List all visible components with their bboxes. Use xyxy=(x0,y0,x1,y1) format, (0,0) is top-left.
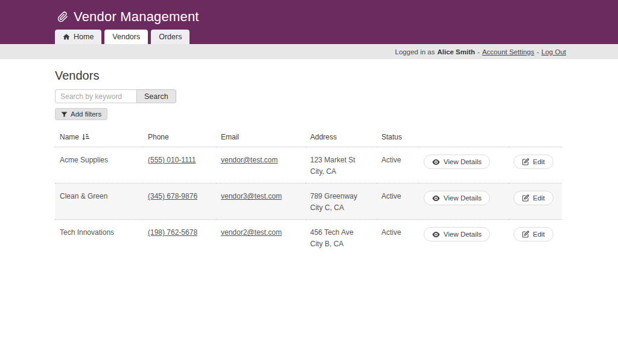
vendor-status-cell: Active xyxy=(377,184,419,220)
vendor-email-link[interactable]: vendor3@test.com xyxy=(221,192,282,200)
edit-icon xyxy=(522,158,529,165)
vendor-address-cell: 123 Market St City, CA xyxy=(305,147,377,184)
edit-label: Edit xyxy=(533,158,545,165)
account-settings-link[interactable]: Account Settings xyxy=(482,48,534,56)
tab-orders[interactable]: Orders xyxy=(151,30,190,45)
main-content: Vendors Search Add filters Name xyxy=(0,59,618,256)
vendor-status-cell: Active xyxy=(377,147,419,184)
log-out-link[interactable]: Log Out xyxy=(541,48,566,56)
address-line-1: 789 Greenway xyxy=(310,191,372,202)
tab-home[interactable]: Home xyxy=(55,30,101,45)
edit-button[interactable]: Edit xyxy=(514,227,553,241)
table-header-row: Name Phone Email xyxy=(55,127,562,147)
table-row: Tech Innovations (198) 762-5678 vendor2@… xyxy=(55,220,562,256)
paperclip-icon xyxy=(57,11,68,22)
edit-button[interactable]: Edit xyxy=(514,155,553,169)
column-header-email[interactable]: Email xyxy=(216,127,305,147)
address-line-2: City C, CA xyxy=(310,202,372,214)
column-header-status[interactable]: Status xyxy=(377,127,419,147)
tab-vendors-label: Vendors xyxy=(112,33,140,41)
vendor-phone-link[interactable]: (555) 010-1111 xyxy=(148,156,196,164)
column-header-address[interactable]: Address xyxy=(305,127,377,147)
column-header-edit-actions xyxy=(509,127,562,147)
separator: - xyxy=(477,48,480,56)
column-header-phone[interactable]: Phone xyxy=(143,127,216,147)
view-details-button[interactable]: View Details xyxy=(424,155,490,169)
table-row: Clean & Green (345) 678-9876 vendor3@tes… xyxy=(55,184,562,220)
vendor-address-cell: 456 Tech Ave City B, CA xyxy=(305,220,377,256)
search-input[interactable] xyxy=(55,89,137,103)
edit-label: Edit xyxy=(533,231,545,238)
app-banner: Vendor Management Home Vendors Orders xyxy=(0,0,618,44)
column-header-name[interactable]: Name xyxy=(55,127,143,147)
vendor-email-link[interactable]: vendor2@test.com xyxy=(221,228,282,237)
view-details-button[interactable]: View Details xyxy=(424,191,490,205)
tab-orders-label: Orders xyxy=(159,33,182,41)
edit-label: Edit xyxy=(533,194,545,202)
add-filters-label: Add filters xyxy=(71,110,101,118)
filter-icon xyxy=(61,111,68,118)
logged-in-username: Alice Smith xyxy=(437,48,475,56)
eye-icon xyxy=(432,159,440,165)
column-header-name-label: Name xyxy=(60,133,79,141)
address-line-2: City, CA xyxy=(310,166,372,177)
vendor-table-body: Acme Supplies (555) 010-1111 vendor@test… xyxy=(55,147,562,256)
table-row: Acme Supplies (555) 010-1111 vendor@test… xyxy=(55,147,562,184)
address-line-1: 456 Tech Ave xyxy=(310,227,372,238)
page-title: Vendors xyxy=(55,69,563,83)
view-details-label: View Details xyxy=(444,158,482,165)
edit-icon xyxy=(522,231,529,238)
vendor-name-cell: Acme Supplies xyxy=(55,147,143,184)
app-title: Vendor Management xyxy=(74,9,199,25)
view-details-label: View Details xyxy=(444,194,482,202)
tab-vendors[interactable]: Vendors xyxy=(104,30,148,45)
vendors-table: Name Phone Email xyxy=(55,127,562,256)
logged-in-text: Logged in as xyxy=(395,48,435,56)
view-details-button[interactable]: View Details xyxy=(424,227,490,241)
address-line-2: City B, CA xyxy=(310,238,372,250)
eye-icon xyxy=(432,231,440,238)
vendor-email-link[interactable]: vendor@test.com xyxy=(221,156,278,164)
app-brand: Vendor Management xyxy=(0,0,618,25)
vendor-phone-link[interactable]: (345) 678-9876 xyxy=(148,192,197,200)
search-group: Search xyxy=(55,89,563,103)
eye-icon xyxy=(432,195,440,202)
vendor-status-cell: Active xyxy=(377,220,419,256)
vendor-address-cell: 789 Greenway City C, CA xyxy=(305,184,377,220)
vendor-name-cell: Tech Innovations xyxy=(55,220,143,256)
sort-icon xyxy=(81,133,89,141)
tab-home-label: Home xyxy=(74,33,94,41)
add-filters-button[interactable]: Add filters xyxy=(55,108,107,120)
home-icon xyxy=(63,33,70,40)
separator: - xyxy=(537,48,539,56)
view-details-label: View Details xyxy=(444,231,482,238)
edit-icon xyxy=(522,194,529,202)
address-line-1: 123 Market St xyxy=(310,155,372,166)
nav-tabs: Home Vendors Orders xyxy=(55,30,190,45)
column-header-view-actions xyxy=(419,127,509,147)
edit-button[interactable]: Edit xyxy=(514,191,553,205)
vendor-name-cell: Clean & Green xyxy=(55,184,143,220)
user-status-bar: Logged in as Alice Smith - Account Setti… xyxy=(0,44,618,59)
search-button[interactable]: Search xyxy=(136,89,176,103)
vendor-phone-link[interactable]: (198) 762-5678 xyxy=(148,228,197,237)
